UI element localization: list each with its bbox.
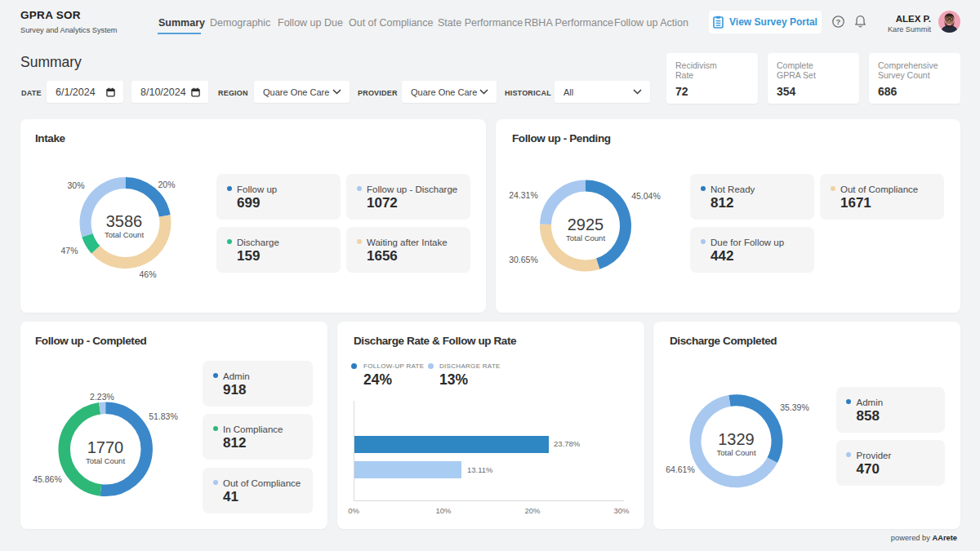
svg-text:?: ?: [836, 17, 841, 26]
